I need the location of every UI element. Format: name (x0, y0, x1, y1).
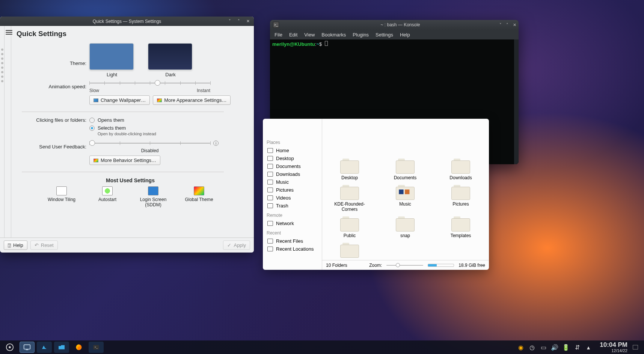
folder-videos[interactable] (327, 242, 372, 259)
folder-music[interactable]: Music (383, 184, 427, 212)
task-system-settings[interactable] (20, 342, 35, 353)
close-icon[interactable]: ✕ (513, 23, 516, 27)
sidebar-item-music[interactable]: Music (265, 178, 320, 186)
battery-icon[interactable]: 🔋 (563, 344, 569, 350)
more-behavior-settings-button[interactable]: More Behavior Settings… (89, 156, 160, 165)
clock[interactable]: 10:04 PM 12/14/22 (600, 342, 627, 353)
music-icon (267, 180, 273, 185)
help-button[interactable]: ⍰ Help (4, 241, 27, 250)
minimize-icon[interactable]: ˅ (499, 23, 502, 27)
most-used-login-screen[interactable]: Login Screen (SDDM) (136, 186, 170, 207)
dolphin-file-grid[interactable]: Desktop Documents Downloads KDE-Rounded-… (322, 119, 489, 260)
sidebar-item-home[interactable]: Home (265, 147, 320, 154)
sidebar-item-pictures[interactable]: Pictures (265, 186, 320, 194)
menu-bookmarks[interactable]: Bookmarks (321, 32, 346, 38)
dolphin-statusbar: 10 Folders Zoom: 18.9 GiB free (322, 260, 489, 270)
global-theme-icon (194, 186, 204, 195)
svg-point-1 (9, 346, 11, 348)
display-icon[interactable]: ▭ (540, 344, 546, 350)
sidebar-item-documents[interactable]: Documents (265, 162, 320, 170)
settings-titlebar[interactable]: Quick Settings — System Settings ˅ ˄ ✕ (0, 17, 254, 26)
terminal-scrollbar[interactable] (514, 39, 519, 164)
click-hint: Open by double-clicking instead (98, 132, 156, 136)
info-icon[interactable]: i (213, 141, 219, 146)
sidebar-item-trash[interactable]: Trash (265, 202, 320, 210)
folder-downloads[interactable]: Downloads (439, 158, 483, 180)
volume-icon[interactable]: 🔊 (552, 344, 558, 350)
sidebar-item-desktop[interactable]: Desktop (265, 154, 320, 162)
folder-pictures[interactable]: Pictures (439, 184, 483, 212)
maximize-icon[interactable]: ˄ (237, 19, 241, 24)
radio-opens-them[interactable]: Opens them (89, 117, 124, 123)
theme-option-dark[interactable]: Dark (148, 43, 193, 77)
menu-view[interactable]: View (304, 32, 315, 38)
check-icon: ✓ (227, 242, 231, 248)
dolphin-sidebar: Places Home Desktop Documents Downloads … (263, 119, 322, 270)
app-launcher-button[interactable] (2, 342, 17, 353)
folder-icon (267, 164, 273, 169)
updates-icon[interactable]: ◉ (518, 344, 524, 350)
task-firefox[interactable] (71, 342, 86, 353)
kdeconnect-icon[interactable]: ◷ (529, 344, 535, 350)
minimize-icon[interactable]: ˅ (228, 19, 232, 24)
task-discover[interactable] (37, 342, 52, 353)
wallpaper-icon (94, 98, 98, 102)
maximize-icon[interactable]: ˄ (506, 23, 508, 27)
login-screen-icon (148, 186, 158, 195)
terminal-icon: >_ (273, 22, 279, 28)
konsole-titlebar[interactable]: >_ ~ : bash — Konsole ˅ ˄ ✕ (270, 20, 519, 30)
feedback-slider[interactable] (89, 140, 210, 147)
sidebar-item-recent-files[interactable]: Recent Files (265, 237, 320, 245)
menu-help[interactable]: Help (400, 32, 410, 38)
folder-templates[interactable]: Templates (439, 216, 483, 238)
more-appearance-settings-button[interactable]: More Appearance Settings… (153, 95, 231, 105)
folder-desktop[interactable]: Desktop (327, 158, 372, 180)
animation-speed-slider[interactable] (89, 80, 210, 86)
disk-usage-bar (428, 264, 454, 267)
svg-text:>_: >_ (95, 345, 98, 349)
change-wallpaper-button[interactable]: Change Wallpaper… (89, 95, 150, 105)
network-icon[interactable]: ⇵ (574, 344, 580, 350)
apply-button[interactable]: ✓ Apply (223, 241, 250, 250)
folder-kde-rounded-corners[interactable]: KDE-Rounded-Corners (327, 184, 372, 212)
svg-rect-3 (26, 349, 29, 350)
theme-label: Theme: (22, 43, 89, 66)
folder-snap[interactable]: snap (383, 216, 427, 238)
konsole-title: ~ : bash — Konsole (282, 22, 519, 27)
theme-thumb-dark (148, 43, 192, 70)
folder-icon (267, 156, 273, 161)
menu-edit[interactable]: Edit (289, 32, 297, 38)
sidebar-cat-remote: Remote (267, 213, 318, 218)
folder-documents[interactable]: Documents (383, 158, 427, 180)
settings-rail[interactable] (0, 26, 5, 238)
most-used-window-tiling[interactable]: Window Tiling (45, 186, 78, 207)
most-used-autostart[interactable]: Autostart (90, 186, 124, 207)
zoom-slider[interactable] (386, 264, 423, 266)
clock-icon (267, 239, 273, 244)
system-tray: ◉ ◷ ▭ 🔊 🔋 ⇵ ▴ 10:04 PM 12/14/22 (518, 342, 642, 353)
menu-settings[interactable]: Settings (376, 32, 393, 38)
show-desktop-icon[interactable] (633, 345, 638, 349)
settings-window-title: Quick Settings — System Settings (0, 19, 254, 24)
menu-plugins[interactable]: Plugins (353, 32, 369, 38)
network-icon (267, 221, 273, 226)
sidebar-item-network[interactable]: Network (265, 219, 320, 227)
cursor-icon (325, 41, 328, 46)
close-icon[interactable]: ✕ (246, 19, 250, 24)
reset-button[interactable]: ↶ Reset (30, 241, 58, 250)
menu-file[interactable]: File (274, 32, 282, 38)
help-icon: ⍰ (8, 242, 11, 248)
sidebar-item-recent-locations[interactable]: Recent Locations (265, 245, 320, 253)
task-dolphin[interactable] (54, 342, 69, 353)
animation-speed-label: Animation speed: (22, 84, 89, 89)
folder-public[interactable]: Public (327, 216, 372, 238)
most-used-global-theme[interactable]: Global Theme (182, 186, 216, 207)
sidebar-item-downloads[interactable]: Downloads (265, 170, 320, 178)
theme-option-light[interactable]: Light (89, 43, 134, 77)
sidebar-item-videos[interactable]: Videos (265, 194, 320, 202)
radio-selects-them[interactable]: Selects them (89, 125, 156, 131)
konsole-menubar: File Edit View Bookmarks Plugins Setting… (270, 30, 519, 39)
tray-expand-icon[interactable]: ▴ (585, 344, 591, 350)
appearance-icon (157, 98, 162, 102)
task-konsole[interactable]: >_ (89, 342, 104, 353)
